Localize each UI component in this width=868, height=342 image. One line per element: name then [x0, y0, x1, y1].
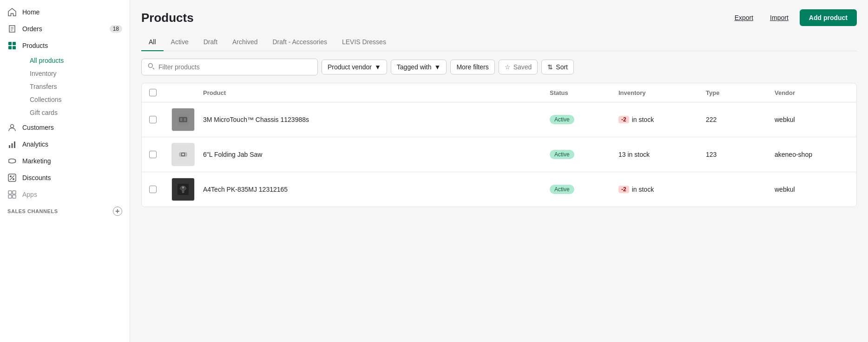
sidebar-item-home[interactable]: Home: [0, 4, 130, 20]
inventory-text-3: in stock: [632, 186, 654, 193]
analytics-icon: [7, 140, 17, 149]
row-1-inventory: -2 in stock: [618, 116, 702, 123]
inventory-label: Inventory: [30, 70, 57, 77]
status-badge: Active: [550, 150, 574, 159]
table-header-vendor: Vendor: [775, 89, 849, 96]
sidebar: Home Orders 18 Products All products Inv…: [0, 0, 130, 342]
row-3-image: [171, 178, 195, 201]
row-2-status: Active: [550, 150, 615, 159]
svg-rect-3: [13, 46, 16, 49]
search-input[interactable]: [158, 63, 312, 71]
row-2-type: 123: [706, 151, 771, 158]
products-table: Product Status Inventory Type Vendor 3M …: [141, 83, 857, 207]
row-2-vendor: akeneo-shop: [775, 151, 849, 158]
sidebar-item-customers[interactable]: Customers: [0, 119, 130, 136]
row-1-image: [171, 108, 195, 131]
products-icon: [7, 41, 17, 50]
inventory-negative-badge-2: -2: [618, 186, 629, 193]
row-2-inventory: 13 in stock: [618, 151, 702, 158]
tab-draft-accessories[interactable]: Draft - Accessories: [265, 34, 335, 51]
sidebar-item-discounts-label: Discounts: [22, 174, 51, 181]
row-2-checkbox[interactable]: [149, 151, 168, 158]
row-3-inventory: -2 in stock: [618, 186, 702, 193]
tabs-bar: All Active Draft Archived Draft - Access…: [141, 34, 857, 51]
sidebar-nav: Home Orders 18 Products All products Inv…: [0, 0, 130, 342]
sidebar-item-collections[interactable]: Collections: [22, 93, 130, 106]
sidebar-item-discounts[interactable]: Discounts: [0, 169, 130, 186]
table-row[interactable]: 🔲 6"L Folding Jab Saw Active 13 in stock…: [142, 137, 856, 172]
row-3-checkbox[interactable]: [149, 186, 168, 193]
product-img-3m: [172, 108, 194, 131]
add-sales-channel-button[interactable]: +: [113, 207, 122, 216]
sidebar-item-marketing[interactable]: Marketing: [0, 153, 130, 169]
more-filters-button[interactable]: More filters: [450, 60, 494, 74]
orders-badge: 18: [110, 25, 122, 33]
row-3-vendor: webkul: [775, 186, 849, 193]
row-2-image: 🔲: [171, 143, 195, 166]
tagged-with-label: Tagged with: [397, 63, 432, 71]
svg-rect-7: [14, 141, 15, 148]
inventory-text-2: 13 in stock: [618, 151, 650, 158]
sidebar-item-transfers[interactable]: Transfers: [22, 80, 130, 93]
row-1-status: Active: [550, 115, 615, 124]
tab-draft[interactable]: Draft: [196, 34, 225, 51]
table-row[interactable]: A4Tech PK-835MJ 12312165 Active -2 in st…: [142, 172, 856, 207]
tab-active[interactable]: Active: [164, 34, 196, 51]
add-product-button[interactable]: Add product: [800, 9, 857, 26]
sidebar-item-all-products[interactable]: All products: [22, 54, 130, 67]
select-all-checkbox[interactable]: [149, 89, 168, 96]
import-button[interactable]: Import: [764, 10, 794, 25]
svg-point-9: [13, 178, 14, 180]
svg-rect-19: [184, 118, 186, 121]
customers-icon: [7, 123, 17, 132]
gift-cards-label: Gift cards: [30, 109, 58, 116]
tab-archived[interactable]: Archived: [225, 34, 265, 51]
sidebar-item-products[interactable]: Products: [0, 37, 130, 54]
svg-rect-0: [8, 42, 12, 45]
sidebar-item-inventory[interactable]: Inventory: [22, 67, 130, 80]
page-header: Products Export Import Add product: [141, 9, 857, 26]
sidebar-item-analytics[interactable]: Analytics: [0, 136, 130, 153]
row-1-vendor: webkul: [775, 116, 849, 123]
svg-rect-14: [13, 195, 16, 198]
svg-rect-12: [13, 191, 16, 194]
row-3-status: Active: [550, 185, 615, 194]
row-1-checkbox[interactable]: [149, 116, 168, 123]
svg-rect-11: [8, 191, 12, 194]
status-badge: Active: [550, 185, 574, 194]
home-icon: [7, 7, 17, 17]
svg-text:🔲: 🔲: [181, 153, 185, 156]
product-vendor-filter[interactable]: Product vendor ▼: [322, 60, 387, 74]
table-header-status: Status: [550, 89, 615, 96]
inventory-negative-badge: -2: [618, 116, 629, 123]
search-input-wrap[interactable]: [141, 59, 318, 75]
tab-all[interactable]: All: [141, 34, 164, 51]
export-button[interactable]: Export: [729, 10, 759, 25]
svg-rect-18: [180, 118, 183, 121]
sidebar-item-products-label: Products: [22, 42, 48, 49]
sidebar-item-apps[interactable]: Apps: [0, 186, 130, 203]
svg-point-15: [148, 63, 152, 67]
sidebar-item-orders-label: Orders: [22, 25, 42, 33]
sidebar-item-marketing-label: Marketing: [22, 157, 51, 165]
sidebar-item-home-label: Home: [22, 8, 39, 16]
svg-point-26: [182, 187, 184, 189]
orders-icon: [7, 24, 17, 34]
sidebar-item-customers-label: Customers: [22, 124, 54, 131]
sidebar-item-orders[interactable]: Orders 18: [0, 20, 130, 37]
svg-point-4: [11, 125, 14, 128]
table-header-row: Product Status Inventory Type Vendor: [142, 83, 856, 102]
sidebar-item-gift-cards[interactable]: Gift cards: [22, 106, 130, 119]
table-header-product: Product: [203, 89, 546, 96]
marketing-icon: [7, 156, 17, 166]
table-row[interactable]: 3M MicroTouch™ Chassis 1123988s Active -…: [142, 102, 856, 137]
tagged-with-filter[interactable]: Tagged with ▼: [391, 60, 447, 74]
saved-button[interactable]: ☆ Saved: [499, 60, 538, 74]
tab-levis-dresses[interactable]: LEVIS Dresses: [335, 34, 394, 51]
table-header-inventory: Inventory: [618, 89, 702, 96]
sort-button[interactable]: ⇅ Sort: [541, 60, 574, 74]
product-vendor-label: Product vendor: [328, 63, 372, 71]
inventory-text: in stock: [632, 116, 654, 123]
chevron-down-icon: ▼: [375, 63, 381, 71]
svg-point-8: [10, 175, 12, 177]
